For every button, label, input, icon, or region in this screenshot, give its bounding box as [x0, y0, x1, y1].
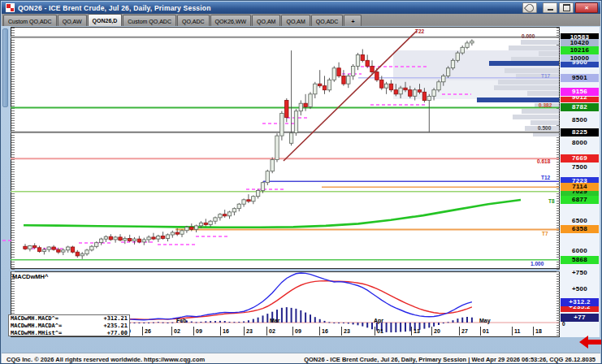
tab-item[interactable]: QO,ADC: [311, 15, 344, 26]
date-tick: [292, 327, 293, 336]
price-scale-label: 7669: [561, 154, 599, 162]
macd-scale-label: +312.2: [561, 298, 599, 306]
date-tick: [193, 327, 194, 336]
date-label: 26: [145, 328, 151, 334]
price-scale-label: 5868: [561, 256, 599, 264]
price-scale-label: 8500: [561, 116, 599, 124]
tab-item[interactable]: QO,AM: [281, 15, 310, 26]
tab-item[interactable]: QO,AM: [252, 15, 280, 26]
date-tick: [171, 327, 172, 336]
fib-level-label: 0.500: [538, 125, 551, 131]
maximize-button[interactable]: [559, 2, 574, 13]
scroll-to-latest-arrow-icon[interactable]: [578, 332, 602, 352]
tab-bar: Custom QO,ADCQO,AWQON26,DCustom QO,ADCQO…: [2, 14, 600, 26]
date-tick: [431, 327, 432, 336]
date-label: 02: [174, 328, 180, 334]
date-tick: [142, 327, 143, 336]
date-tick: [375, 327, 375, 336]
price-pane[interactable]: [11, 27, 560, 269]
right-tick-ruler: [557, 28, 560, 336]
link-button[interactable]: [522, 2, 537, 13]
tab-item[interactable]: QOK26,WW: [210, 15, 252, 26]
macd-value-row: MACDwMH.MHist^=+77.00: [11, 330, 128, 337]
status-left: CQG Inc. © 2026 All rights reserved worl…: [6, 356, 205, 363]
fib-level-label: 0.618: [537, 158, 550, 164]
date-label: 02: [269, 328, 275, 334]
minimize-button[interactable]: [543, 2, 557, 13]
macd-values-box: MACDwMH.MACD^=+312.21 MACDwMH.MACDA^=+23…: [8, 314, 130, 336]
new-tab-button[interactable]: +: [344, 15, 362, 26]
left-tick-ruler: [11, 28, 15, 336]
date-tick: [480, 327, 481, 336]
window-title: QON26 - ICE Brent Crude, Jul 26, Daily, …: [18, 4, 211, 12]
month-label: Apr: [374, 318, 383, 323]
status-bar: CQG Inc. © 2026 All rights reserved worl…: [2, 353, 600, 364]
date-label: 01: [483, 328, 489, 334]
minimize-icon: [548, 9, 553, 11]
cqg-logo-icon: [6, 3, 15, 12]
price-scale-label: 9156: [561, 88, 599, 96]
trendline-label: T22: [415, 28, 424, 34]
date-label: 11: [514, 328, 520, 334]
date-label: 01: [377, 328, 383, 334]
price-scale-label: 8225: [561, 128, 599, 136]
vertical-scrollbar-thumb[interactable]: [2, 28, 8, 107]
date-tick: [533, 327, 534, 336]
trendline-label: T7: [542, 231, 548, 236]
tab-item[interactable]: Custom QO,ADC: [3, 15, 57, 26]
price-scale-label: 10216: [561, 46, 599, 54]
trendline-label: T12: [541, 175, 550, 180]
fib-level-label: 0.382: [539, 102, 552, 108]
close-icon: ×: [585, 5, 589, 11]
date-label: 20: [434, 328, 440, 334]
date-tick: [341, 327, 342, 336]
macd-value-row: MACDwMH.MACDA^=+235.21: [11, 323, 128, 330]
macd-scale-label: +750: [561, 269, 599, 277]
date-label: 23: [246, 328, 253, 334]
price-scale-label: 6500: [561, 217, 599, 225]
close-button[interactable]: ×: [575, 2, 598, 13]
maximize-icon: [563, 4, 570, 11]
date-label: 09: [295, 328, 301, 334]
trendline-label: T8: [548, 198, 555, 204]
price-scale-label: 6358: [561, 225, 599, 233]
month-label: Mar: [270, 318, 279, 323]
month-label: Feb: [176, 318, 186, 323]
date-tick: [319, 327, 320, 336]
date-label: 27: [461, 328, 468, 334]
date-tick: [512, 327, 513, 336]
price-scale-label: 9501: [561, 74, 599, 82]
fib-level-label: 0.000: [522, 33, 535, 39]
link-icon: [524, 2, 535, 13]
macd-study-label: MACDwMH^: [12, 273, 48, 280]
price-scale-label: 8000: [561, 139, 599, 147]
price-scale-label: 8782: [561, 103, 599, 111]
date-label: 18: [535, 328, 542, 334]
macd-scale-label: +235.2: [561, 306, 599, 312]
macd-scale-label: 0: [562, 320, 578, 328]
price-scale-label: 6877: [561, 196, 599, 204]
date-tick: [459, 327, 460, 336]
tab-item[interactable]: QO,AW: [58, 15, 87, 26]
date-tick: [220, 327, 221, 336]
macd-scale-label: +500: [561, 285, 599, 293]
price-scale-label: 7114: [561, 183, 599, 191]
date-label: 16: [223, 328, 229, 334]
date-tick: [266, 327, 267, 336]
title-bar[interactable]: QON26 - ICE Brent Crude, Jul 26, Daily, …: [2, 2, 600, 14]
trendline-label: T17: [541, 73, 550, 79]
date-label: 16: [322, 328, 328, 334]
tab-item[interactable]: QON26,D: [88, 14, 123, 26]
date-label: 13: [414, 328, 420, 334]
tab-item[interactable]: Custom QO,ADC: [123, 15, 176, 26]
price-scale-label: 9900: [561, 62, 599, 67]
date-tick: [244, 327, 245, 336]
tab-item[interactable]: QO,ADC: [177, 15, 210, 26]
app-window: QON26 - ICE Brent Crude, Jul 26, Daily, …: [0, 0, 602, 364]
price-scale-label: 7500: [561, 163, 599, 171]
price-scale-label: 6000: [561, 247, 599, 255]
fib-level-label: 1.000: [531, 261, 544, 266]
price-scale-label: 9012: [561, 97, 599, 102]
date-tick: [411, 327, 412, 336]
status-right: QON26 - ICE Brent Crude, Jul 26, Daily, …: [304, 356, 596, 363]
